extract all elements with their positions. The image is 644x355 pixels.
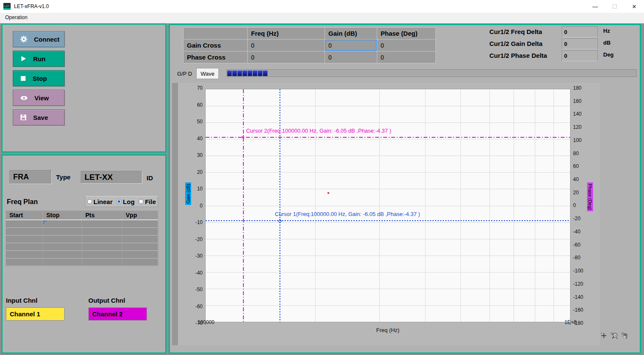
freq-plan-cell[interactable] — [82, 251, 122, 258]
phase-tick-label: 80 — [573, 151, 597, 156]
freq-plan-cell[interactable] — [6, 251, 43, 258]
phase-tick-label: 180 — [573, 85, 597, 91]
freq-plan-cell[interactable] — [122, 220, 158, 228]
phase-tick-label: -140 — [573, 294, 597, 300]
freq-plan-cell[interactable] — [82, 258, 122, 266]
run-button[interactable]: Run — [13, 51, 65, 67]
gain-axis-ticks: 706050403020100-10-20-30-40-50-60-70 — [181, 85, 203, 326]
view-button[interactable]: View — [13, 90, 65, 106]
freq-delta-unit: Hz — [603, 28, 610, 34]
radio-file[interactable]: File — [138, 198, 156, 205]
freq-plan-cell[interactable] — [82, 228, 122, 236]
freq-plan-cell[interactable] — [82, 236, 122, 243]
connect-button[interactable]: Connect — [13, 31, 65, 47]
gain-cross-gain-cell[interactable]: 0 — [325, 40, 377, 51]
freq-plan-cell[interactable] — [122, 236, 158, 243]
radio-log[interactable]: Log — [116, 198, 135, 205]
cursor-1-hline[interactable] — [206, 220, 570, 221]
freq-plan-cell[interactable] — [122, 251, 158, 258]
freq-plan-cell[interactable] — [6, 258, 43, 266]
gain-cross-freq-cell[interactable]: 0 — [248, 40, 325, 51]
freq-plan-cell[interactable] — [6, 228, 43, 236]
freq-plan-cell[interactable] — [122, 243, 158, 251]
device-id-field[interactable]: LET-XX — [81, 171, 142, 184]
tab-wave[interactable]: Wave — [196, 68, 219, 79]
freq-delta-row: Cur1/2 Freq Delta 0 Hz — [489, 26, 634, 37]
gain-delta-unit: dB — [603, 40, 610, 46]
minimize-button[interactable]: — — [585, 0, 605, 13]
radio-linear-icon — [87, 199, 92, 204]
radio-file-label: File — [145, 198, 156, 205]
cursor-2-hline[interactable] — [206, 137, 570, 138]
chart-gridline-h — [206, 206, 570, 206]
freq-plan-cell[interactable] — [6, 243, 43, 251]
phase-tick-label: -20 — [573, 216, 597, 222]
tab-gpd[interactable]: G/P D — [177, 71, 192, 77]
phase-cross-phase-cell[interactable]: 0 — [377, 51, 435, 63]
radio-log-icon — [116, 199, 121, 204]
gain-tick-label: 50 — [181, 119, 203, 125]
plot-area[interactable]: ◇Cursor 1(Freq:100000.00 Hz, Gain: -6.05… — [205, 89, 571, 322]
freq-plan-cell[interactable] — [122, 228, 158, 236]
zoom-tool-icon[interactable] — [610, 332, 619, 340]
gain-delta-field[interactable]: 0 — [562, 38, 598, 49]
device-type-field[interactable]: FRA — [9, 170, 52, 184]
gain-tick-label: 20 — [181, 169, 203, 175]
phase-tick-label: 60 — [573, 163, 597, 169]
progress-segment — [253, 71, 257, 76]
connect-label: Connect — [34, 36, 59, 43]
radio-linear[interactable]: Linear — [87, 198, 113, 205]
cursor-2-readout: Cursor 2(Freq:100000.00 Hz, Gain: -6.05 … — [246, 128, 391, 134]
freq-plan-cell[interactable] — [43, 251, 82, 258]
play-icon — [20, 55, 27, 62]
stop-button[interactable]: Stop — [13, 70, 65, 86]
freq-plan-cell[interactable] — [6, 236, 43, 243]
output-channel-selector[interactable]: Channel 2 — [88, 307, 147, 321]
gain-tick-label: -30 — [181, 253, 203, 259]
phase-cross-gain-cell[interactable]: 0 — [325, 51, 377, 63]
maximize-button[interactable] — [605, 0, 624, 13]
window-title: LET-xFRA-v1.0 — [14, 3, 49, 9]
freq-plan-cell[interactable] — [6, 220, 43, 228]
gain-cross-phase-cell[interactable]: 0 — [377, 40, 435, 51]
phase-tick-label: -160 — [573, 307, 597, 313]
app-logo-icon: LET — [3, 3, 11, 10]
freq-plan-cell[interactable] — [43, 258, 82, 266]
freq-plan-table — [6, 220, 158, 267]
close-button[interactable]: ✕ — [624, 0, 644, 13]
freq-delta-field[interactable]: 0 — [562, 26, 598, 37]
x-tick-min: 100000 — [189, 319, 223, 325]
cursor-2-marker[interactable]: × — [241, 135, 244, 140]
phase-delta-field[interactable]: 0 — [562, 50, 598, 61]
input-channel-selector[interactable]: Channel 1 — [6, 307, 65, 321]
freq-plan-cell[interactable] — [43, 220, 82, 228]
chart-gridline-h — [206, 272, 570, 273]
save-button[interactable]: Save — [13, 109, 65, 125]
menu-operation[interactable]: Operation — [3, 14, 29, 21]
cursor-1-vline[interactable] — [280, 89, 280, 322]
phase-axis-ticks: 180160140120100806040200-20-40-60-80-100… — [573, 85, 597, 326]
col-header-gain: Gain (dB) — [325, 28, 377, 39]
cursor-2-vline[interactable] — [243, 89, 244, 322]
freq-plan-cell[interactable] — [82, 220, 122, 228]
pan-tool-icon[interactable] — [621, 332, 629, 340]
freq-plan-cell[interactable] — [43, 236, 82, 243]
freq-plan-column-header: Start — [6, 211, 43, 219]
gain-axis-label: Gain (dB) — [185, 182, 191, 205]
phase-cross-freq-cell[interactable]: 0 — [248, 51, 325, 63]
freq-plan-cell[interactable] — [122, 258, 158, 266]
freq-plan-cell[interactable] — [43, 228, 82, 236]
chart-gridline-h — [206, 139, 570, 139]
freq-plan-table-header: StartStopPtsVpp — [6, 210, 158, 220]
chart-gridline-h — [206, 122, 570, 123]
freq-plan-cell[interactable] — [82, 243, 122, 251]
cursor-1-marker[interactable]: ◇ — [278, 218, 282, 223]
chart-gridline-h — [206, 256, 570, 256]
phase-tick-label: 40 — [573, 176, 597, 182]
device-id-label: ID — [147, 174, 153, 182]
freq-plan-cell[interactable] — [43, 243, 82, 251]
phase-axis-label: Phase (Deg) — [587, 182, 593, 211]
stop-icon — [20, 75, 26, 82]
progress-segment — [248, 71, 252, 76]
crosshair-tool-icon[interactable] — [600, 332, 608, 340]
